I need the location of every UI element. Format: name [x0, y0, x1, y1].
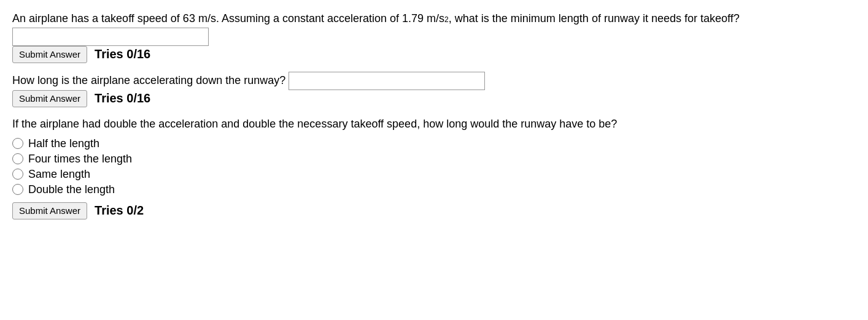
- option-double-length-label: Double the length: [28, 183, 115, 196]
- option-same-length[interactable]: Same length: [12, 168, 856, 181]
- question-3-options: Half the length Four times the length Sa…: [12, 137, 856, 196]
- question-3-text: If the airplane had double the accelerat…: [12, 116, 856, 132]
- question-1-submit-row: Submit Answer Tries 0/16: [12, 46, 856, 63]
- question-2-text-row: How long is the airplane accelerating do…: [12, 72, 856, 90]
- question-1-text-part2: , what is the minimum length of runway i…: [449, 10, 740, 28]
- question-1-text: An airplane has a takeoff speed of 63 m/…: [12, 10, 856, 46]
- question-1-block: An airplane has a takeoff speed of 63 m/…: [12, 10, 856, 63]
- question-2-submit-button[interactable]: Submit Answer: [12, 90, 87, 107]
- option-half-length[interactable]: Half the length: [12, 137, 856, 150]
- question-1-text-part1: An airplane has a takeoff speed of 63 m/…: [12, 10, 444, 28]
- question-2-submit-row: Submit Answer Tries 0/16: [12, 90, 856, 107]
- option-double-length[interactable]: Double the length: [12, 183, 856, 196]
- question-3-submit-button[interactable]: Submit Answer: [12, 202, 87, 219]
- question-3-tries: Tries 0/2: [95, 204, 144, 218]
- option-four-times-label: Four times the length: [28, 153, 132, 166]
- question-1-input[interactable]: [12, 28, 209, 46]
- question-1-tries: Tries 0/16: [95, 47, 150, 61]
- radio-double-length[interactable]: [12, 184, 23, 195]
- question-2-block: How long is the airplane accelerating do…: [12, 72, 856, 107]
- question-3-block: If the airplane had double the accelerat…: [12, 116, 856, 219]
- radio-same-length[interactable]: [12, 169, 23, 180]
- question-1-submit-button[interactable]: Submit Answer: [12, 46, 87, 63]
- question-2-text: How long is the airplane accelerating do…: [12, 72, 285, 90]
- option-four-times[interactable]: Four times the length: [12, 153, 856, 166]
- question-3-submit-row: Submit Answer Tries 0/2: [12, 202, 856, 219]
- radio-half-length[interactable]: [12, 138, 23, 149]
- question-1-superscript: 2: [444, 14, 449, 26]
- question-3-text-part1: If the airplane had double the accelerat…: [12, 118, 617, 130]
- question-2-input[interactable]: [289, 72, 485, 90]
- question-2-tries: Tries 0/16: [95, 91, 150, 105]
- option-same-length-label: Same length: [28, 168, 90, 181]
- option-half-length-label: Half the length: [28, 137, 99, 150]
- radio-four-times[interactable]: [12, 153, 23, 164]
